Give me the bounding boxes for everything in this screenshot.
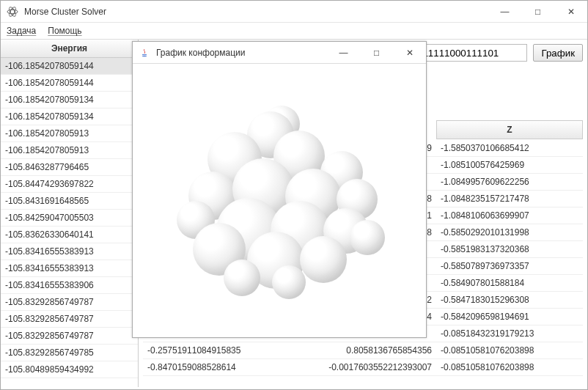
coord-cell-x: -0.8470159088528614 [143,359,290,375]
energy-row[interactable]: -105.83292856749785 [1,345,138,361]
close-button[interactable]: ✕ [554,1,587,23]
energy-row[interactable]: -106.1854207805913 [1,125,138,142]
energy-row[interactable]: -105.84259047005503 [1,210,138,227]
java-icon [139,47,150,59]
coord-cell-z: -0.5850789736973357 [436,258,583,274]
graph-maximize-button[interactable]: □ [360,42,393,64]
energy-row[interactable]: -106.18542078059144 [1,58,138,75]
energy-row[interactable]: -105.80489859434992 [1,361,138,378]
minimize-button[interactable]: — [488,1,521,23]
energy-row[interactable]: -105.83292856749787 [1,311,138,328]
coord-cell-z: -0.08518432319179213 [436,325,583,342]
coord-cell-z: -0.5842096598194691 [436,309,583,325]
cluster-render [177,106,382,296]
energy-row[interactable]: -105.8463287796465 [1,159,138,176]
coord-cell-z: -1.0848235157217478 [436,191,583,207]
main-titlebar[interactable]: Morse Cluster Solver — □ ✕ [1,1,587,23]
energy-row[interactable]: -105.8431691648565 [1,193,138,210]
conformation-input[interactable] [417,44,527,62]
menu-help[interactable]: Помощь [48,26,81,36]
coord-cell-x: -0.25751911084915835 [143,342,290,358]
graph-close-button[interactable]: ✕ [393,42,426,64]
svg-point-1 [7,10,18,14]
energy-row[interactable]: -105.83416555383913 [1,243,138,260]
coord-cell-z: -0.5851983137320368 [436,241,583,257]
coord-cell-z: -0.584907801588184 [436,275,583,291]
coord-cell-z: -0.5847183015296308 [436,292,583,308]
coord-header-z[interactable]: Z [436,120,583,139]
energy-row[interactable]: -105.83292856749787 [1,328,138,345]
coord-cell-z: -1.0849957609622256 [436,174,583,190]
graph-window: График конформации — □ ✕ [132,41,427,338]
energy-row[interactable]: -106.18542078059134 [1,108,138,125]
coord-row[interactable]: -0.257519110849158350.8058136765854356-0… [143,342,583,359]
energy-panel: Энергия -106.18542078059144-106.18542078… [1,40,139,387]
coord-cell-z: -1.5850370106685412 [436,140,583,156]
graph-canvas[interactable] [133,64,426,337]
maximize-button[interactable]: □ [521,1,554,23]
coord-cell-z: -0.08510581076203898 [436,342,583,358]
energy-row[interactable]: -106.1854207805913 [1,142,138,159]
top-strip: График [417,44,583,62]
coord-cell-z: -0.08510581076203898 [436,359,583,375]
coord-row[interactable]: -0.8470159088528614-0.001760355221239300… [143,359,583,376]
graph-titlebar[interactable]: График конформации — □ ✕ [133,42,426,64]
coord-cell-z: -1.0848106063699907 [436,207,583,224]
energy-row[interactable]: -105.84474293697822 [1,176,138,193]
graph-button[interactable]: График [533,44,583,62]
menu-task[interactable]: Задача [7,26,36,36]
main-title: Morse Cluster Solver [24,7,106,17]
menu-bar: Задача Помощь [1,23,587,40]
energy-row[interactable]: -105.83292856749787 [1,294,138,311]
energy-row[interactable]: -105.83416555383906 [1,277,138,294]
coord-cell-z: -1.085100576425969 [436,157,583,173]
energy-row[interactable]: -106.18542078059134 [1,92,138,108]
graph-minimize-button[interactable]: — [327,42,360,64]
energy-row[interactable]: -105.83626330640141 [1,227,138,243]
energy-list[interactable]: -106.18542078059144-106.18542078059144-1… [1,58,138,378]
coord-cell-y: -0.0017603552212393007 [290,359,436,375]
coord-cell-z: -0.5850292010131998 [436,224,583,240]
graph-title: График конформации [156,48,245,58]
energy-row[interactable]: -106.18542078059144 [1,75,138,92]
coord-cell-y: 0.8058136765854356 [290,342,436,358]
app-icon [7,6,18,18]
energy-header: Энергия [1,40,138,58]
energy-row[interactable]: -105.83416555383913 [1,260,138,277]
